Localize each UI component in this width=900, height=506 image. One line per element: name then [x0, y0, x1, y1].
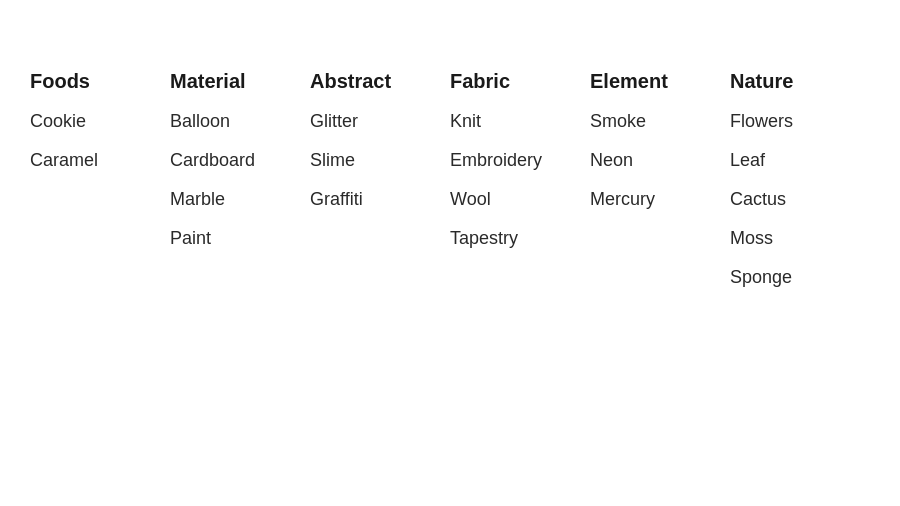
- column-fabric: FabricKnitEmbroideryWoolTapestry: [450, 70, 590, 306]
- item-element-mercury: Mercury: [590, 189, 730, 210]
- item-foods-caramel: Caramel: [30, 150, 170, 171]
- column-element: ElementSmokeNeonMercury: [590, 70, 730, 306]
- item-nature-moss: Moss: [730, 228, 870, 249]
- item-material-marble: Marble: [170, 189, 310, 210]
- header-foods: Foods: [30, 70, 170, 93]
- header-material: Material: [170, 70, 310, 93]
- item-element-neon: Neon: [590, 150, 730, 171]
- item-nature-flowers: Flowers: [730, 111, 870, 132]
- item-element-smoke: Smoke: [590, 111, 730, 132]
- item-material-balloon: Balloon: [170, 111, 310, 132]
- header-fabric: Fabric: [450, 70, 590, 93]
- item-nature-leaf: Leaf: [730, 150, 870, 171]
- item-fabric-embroidery: Embroidery: [450, 150, 590, 171]
- item-nature-sponge: Sponge: [730, 267, 870, 288]
- header-nature: Nature: [730, 70, 870, 93]
- item-fabric-tapestry: Tapestry: [450, 228, 590, 249]
- item-foods-cookie: Cookie: [30, 111, 170, 132]
- item-material-paint: Paint: [170, 228, 310, 249]
- item-material-cardboard: Cardboard: [170, 150, 310, 171]
- header-element: Element: [590, 70, 730, 93]
- column-foods: FoodsCookieCaramel: [30, 70, 170, 306]
- header-abstract: Abstract: [310, 70, 450, 93]
- item-fabric-wool: Wool: [450, 189, 590, 210]
- column-abstract: AbstractGlitterSlimeGraffiti: [310, 70, 450, 306]
- column-nature: NatureFlowersLeafCactusMossSponge: [730, 70, 870, 306]
- item-nature-cactus: Cactus: [730, 189, 870, 210]
- column-material: MaterialBalloonCardboardMarblePaint: [170, 70, 310, 306]
- item-fabric-knit: Knit: [450, 111, 590, 132]
- main-container: FoodsCookieCaramelMaterialBalloonCardboa…: [0, 0, 900, 336]
- item-abstract-slime: Slime: [310, 150, 450, 171]
- item-abstract-graffiti: Graffiti: [310, 189, 450, 210]
- item-abstract-glitter: Glitter: [310, 111, 450, 132]
